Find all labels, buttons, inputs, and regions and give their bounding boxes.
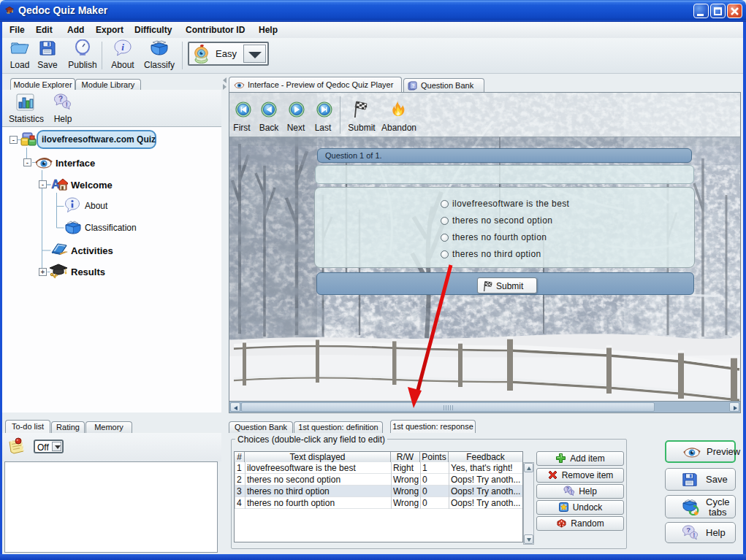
svg-text:!: ! [66, 101, 68, 108]
svg-text:i: i [121, 42, 124, 53]
svg-text:?: ? [58, 95, 63, 103]
svg-text:!: ! [693, 532, 695, 538]
svg-text:?: ? [411, 83, 414, 88]
svg-text:!: ! [571, 490, 572, 495]
svg-text:?: ? [686, 526, 690, 534]
